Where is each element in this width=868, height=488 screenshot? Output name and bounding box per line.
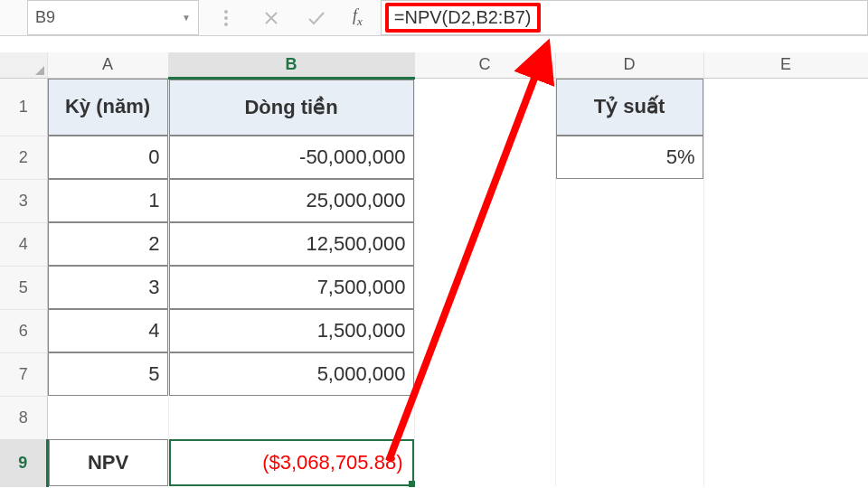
dots-icon [217, 9, 235, 27]
formula-text: =NPV(D2,B2:B7) [394, 7, 532, 28]
row-9: 9 NPV ($3,068,705.88) [0, 439, 868, 486]
row-header-3[interactable]: 3 [0, 179, 47, 222]
cell-D1[interactable]: Tỷ suất [555, 78, 703, 136]
cell-C8[interactable] [414, 396, 555, 439]
cell-A8[interactable] [47, 396, 168, 439]
cell-A6[interactable]: 4 [47, 309, 168, 352]
cell-B6[interactable]: 1,500,000 [168, 309, 414, 352]
header-dong-tien: Dòng tiền [169, 80, 414, 136]
select-all-corner[interactable] [0, 52, 47, 78]
cancel-icon[interactable] [262, 9, 280, 27]
cell-C6[interactable] [414, 309, 555, 352]
col-header-D[interactable]: D [555, 52, 703, 78]
formula-bar-buttons: fx [199, 0, 381, 35]
row-8: 8 [0, 396, 868, 439]
row-header-9[interactable]: 9 [0, 439, 47, 486]
cell-D8[interactable] [555, 396, 703, 439]
name-box-dropdown-icon[interactable]: ▼ [182, 13, 191, 23]
cell-A2[interactable]: 0 [47, 136, 168, 179]
cell-E3[interactable] [703, 179, 868, 222]
row-6: 6 4 1,500,000 [0, 309, 868, 352]
cell-E8[interactable] [703, 396, 868, 439]
cell-E2[interactable] [703, 136, 868, 179]
name-box[interactable]: B9 ▼ [27, 0, 199, 35]
cell-A9[interactable]: NPV [47, 439, 168, 486]
row-7: 7 5 5,000,000 [0, 352, 868, 396]
name-box-value: B9 [35, 8, 55, 27]
row-1: 1 Kỳ (năm) Dòng tiền Tỷ suất [0, 78, 868, 136]
row-header-7[interactable]: 7 [0, 352, 47, 396]
cell-C9[interactable] [414, 439, 555, 486]
cell-C7[interactable] [414, 352, 555, 396]
col-header-E[interactable]: E [703, 52, 868, 78]
cell-B4[interactable]: 12,500,000 [168, 222, 414, 266]
row-header-8[interactable]: 8 [0, 396, 47, 439]
cell-C5[interactable] [414, 266, 555, 309]
cell-E4[interactable] [703, 222, 868, 266]
row-4: 4 2 12,500,000 [0, 222, 868, 266]
cell-D3[interactable] [555, 179, 703, 222]
cell-A1[interactable]: Kỳ (năm) [47, 78, 168, 136]
row-2: 2 0 -50,000,000 5% [0, 136, 868, 179]
cell-B8[interactable] [168, 396, 414, 439]
formula-highlight-box: =NPV(D2,B2:B7) [385, 3, 541, 33]
cell-C3[interactable] [414, 179, 555, 222]
cell-A3[interactable]: 1 [47, 179, 168, 222]
cell-C4[interactable] [414, 222, 555, 266]
cell-D6[interactable] [555, 309, 703, 352]
row-header-4[interactable]: 4 [0, 222, 47, 266]
cell-E6[interactable] [703, 309, 868, 352]
header-ky-nam: Kỳ (năm) [48, 79, 168, 136]
fx-icon[interactable]: fx [353, 6, 363, 29]
cell-D2[interactable]: 5% [555, 136, 703, 179]
cell-E7[interactable] [703, 352, 868, 396]
col-header-C[interactable]: C [414, 52, 555, 78]
col-header-B[interactable]: B [168, 52, 414, 78]
cell-B2[interactable]: -50,000,000 [168, 136, 414, 179]
row-3: 3 1 25,000,000 [0, 179, 868, 222]
row-header-2[interactable]: 2 [0, 136, 47, 179]
header-ty-suat: Tỷ suất [556, 79, 703, 136]
cell-B7[interactable]: 5,000,000 [168, 352, 414, 396]
cell-A5[interactable]: 3 [47, 266, 168, 309]
row-5: 5 3 7,500,000 [0, 266, 868, 309]
cell-C2[interactable] [414, 136, 555, 179]
cell-D7[interactable] [555, 352, 703, 396]
cell-B3[interactable]: 25,000,000 [168, 179, 414, 222]
cell-A4[interactable]: 2 [47, 222, 168, 266]
row-header-6[interactable]: 6 [0, 309, 47, 352]
cell-E1[interactable] [703, 78, 868, 136]
column-headers: A B C D E [0, 52, 868, 78]
col-header-A[interactable]: A [47, 52, 168, 78]
cell-B5[interactable]: 7,500,000 [168, 266, 414, 309]
row-header-1[interactable]: 1 [0, 78, 47, 136]
cell-A7[interactable]: 5 [47, 352, 168, 396]
enter-icon[interactable] [307, 9, 326, 27]
cell-D9[interactable] [555, 439, 703, 486]
selected-cell: ($3,068,705.88) [169, 439, 414, 486]
cell-E5[interactable] [703, 266, 868, 309]
cell-C1[interactable] [414, 78, 555, 136]
cell-D5[interactable] [555, 266, 703, 309]
formula-bar: B9 ▼ fx =NPV(D2,B2:B7) [0, 0, 868, 36]
row-header-5[interactable]: 5 [0, 266, 47, 309]
cell-B1[interactable]: Dòng tiền [168, 78, 414, 136]
cell-B9[interactable]: ($3,068,705.88) [168, 439, 414, 486]
cell-D4[interactable] [555, 222, 703, 266]
cell-E9[interactable] [703, 439, 868, 486]
spreadsheet-grid[interactable]: A B C D E 1 Kỳ (năm) Dòng tiền Tỷ suất 2… [0, 52, 868, 487]
formula-input[interactable]: =NPV(D2,B2:B7) [381, 0, 868, 35]
